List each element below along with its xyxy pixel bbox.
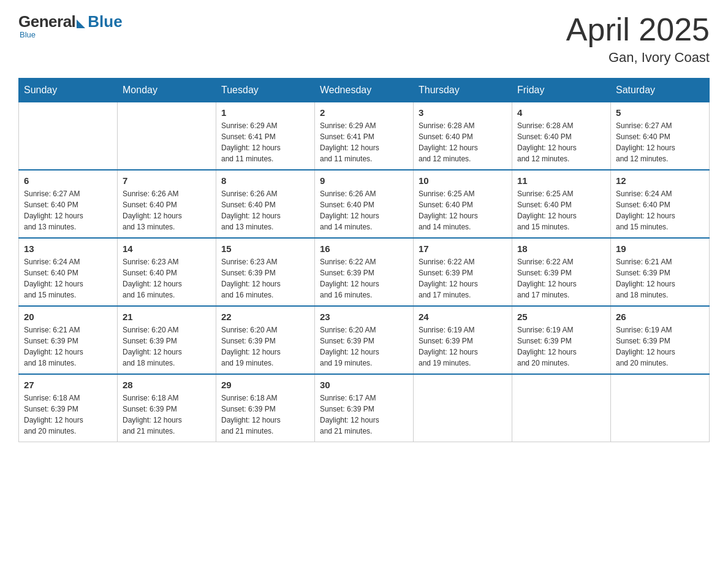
logo-triangle-icon — [77, 20, 85, 28]
calendar-cell: 19Sunrise: 6:21 AM Sunset: 6:39 PM Dayli… — [611, 238, 710, 306]
day-number: 1 — [221, 107, 309, 118]
day-info: Sunrise: 6:20 AM Sunset: 6:39 PM Dayligh… — [320, 324, 408, 369]
day-info: Sunrise: 6:22 AM Sunset: 6:39 PM Dayligh… — [419, 256, 507, 301]
day-number: 26 — [616, 312, 704, 322]
day-info: Sunrise: 6:21 AM Sunset: 6:39 PM Dayligh… — [24, 324, 112, 369]
day-info: Sunrise: 6:25 AM Sunset: 6:40 PM Dayligh… — [517, 188, 605, 232]
calendar-week-row: 13Sunrise: 6:24 AM Sunset: 6:40 PM Dayli… — [19, 238, 710, 306]
logo-general-text: General — [18, 12, 75, 31]
calendar-cell: 30Sunrise: 6:17 AM Sunset: 6:39 PM Dayli… — [315, 374, 414, 442]
day-number: 23 — [320, 312, 408, 322]
day-info: Sunrise: 6:18 AM Sunset: 6:39 PM Dayligh… — [24, 393, 112, 437]
day-number: 28 — [123, 380, 211, 390]
day-number: 20 — [24, 312, 112, 322]
day-number: 8 — [221, 175, 309, 186]
calendar-week-row: 27Sunrise: 6:18 AM Sunset: 6:39 PM Dayli… — [19, 374, 710, 442]
day-info: Sunrise: 6:28 AM Sunset: 6:40 PM Dayligh… — [419, 120, 507, 164]
day-info: Sunrise: 6:26 AM Sunset: 6:40 PM Dayligh… — [123, 188, 211, 232]
day-info: Sunrise: 6:22 AM Sunset: 6:39 PM Dayligh… — [320, 256, 408, 301]
calendar-cell — [414, 374, 512, 442]
day-info: Sunrise: 6:20 AM Sunset: 6:39 PM Dayligh… — [221, 324, 309, 369]
logo-subtitle: Blue — [20, 30, 36, 39]
day-number: 4 — [517, 107, 605, 118]
day-number: 24 — [419, 312, 507, 322]
day-info: Sunrise: 6:21 AM Sunset: 6:39 PM Dayligh… — [616, 256, 704, 301]
calendar-cell — [611, 374, 710, 442]
calendar-cell: 13Sunrise: 6:24 AM Sunset: 6:40 PM Dayli… — [19, 238, 118, 306]
day-info: Sunrise: 6:28 AM Sunset: 6:40 PM Dayligh… — [517, 120, 605, 164]
calendar-cell: 11Sunrise: 6:25 AM Sunset: 6:40 PM Dayli… — [512, 170, 611, 238]
page-header: General Blue Blue April 2025 Gan, Ivory … — [18, 12, 710, 66]
day-info: Sunrise: 6:24 AM Sunset: 6:40 PM Dayligh… — [24, 256, 112, 301]
day-number: 19 — [616, 243, 704, 254]
day-number: 11 — [517, 175, 605, 186]
day-number: 18 — [517, 243, 605, 254]
day-number: 22 — [221, 312, 309, 322]
title-area: April 2025 Gan, Ivory Coast — [566, 12, 710, 66]
calendar-cell: 12Sunrise: 6:24 AM Sunset: 6:40 PM Dayli… — [611, 170, 710, 238]
day-info: Sunrise: 6:19 AM Sunset: 6:39 PM Dayligh… — [517, 324, 605, 369]
calendar-subtitle: Gan, Ivory Coast — [566, 50, 710, 66]
calendar-cell: 7Sunrise: 6:26 AM Sunset: 6:40 PM Daylig… — [118, 170, 216, 238]
day-number: 9 — [320, 175, 408, 186]
calendar-cell: 15Sunrise: 6:23 AM Sunset: 6:39 PM Dayli… — [216, 238, 315, 306]
day-number: 12 — [616, 175, 704, 186]
day-number: 29 — [221, 380, 309, 390]
calendar-cell: 8Sunrise: 6:26 AM Sunset: 6:40 PM Daylig… — [216, 170, 315, 238]
day-info: Sunrise: 6:24 AM Sunset: 6:40 PM Dayligh… — [616, 188, 704, 232]
day-number: 27 — [24, 380, 112, 390]
day-info: Sunrise: 6:27 AM Sunset: 6:40 PM Dayligh… — [616, 120, 704, 164]
calendar-cell: 4Sunrise: 6:28 AM Sunset: 6:40 PM Daylig… — [512, 102, 611, 170]
logo: General Blue Blue — [18, 12, 123, 39]
calendar-cell: 6Sunrise: 6:27 AM Sunset: 6:40 PM Daylig… — [19, 170, 118, 238]
calendar-cell: 2Sunrise: 6:29 AM Sunset: 6:41 PM Daylig… — [315, 102, 414, 170]
calendar-cell — [512, 374, 611, 442]
calendar-cell: 20Sunrise: 6:21 AM Sunset: 6:39 PM Dayli… — [19, 306, 118, 374]
weekday-header-saturday: Saturday — [611, 79, 710, 102]
calendar-cell: 3Sunrise: 6:28 AM Sunset: 6:40 PM Daylig… — [414, 102, 512, 170]
day-info: Sunrise: 6:26 AM Sunset: 6:40 PM Dayligh… — [320, 188, 408, 232]
calendar-cell: 14Sunrise: 6:23 AM Sunset: 6:40 PM Dayli… — [118, 238, 216, 306]
weekday-header-monday: Monday — [118, 79, 216, 102]
day-info: Sunrise: 6:26 AM Sunset: 6:40 PM Dayligh… — [221, 188, 309, 232]
day-number: 7 — [123, 175, 211, 186]
logo-blue-text: Blue — [88, 12, 122, 31]
day-info: Sunrise: 6:29 AM Sunset: 6:41 PM Dayligh… — [320, 120, 408, 164]
day-number: 30 — [320, 380, 408, 390]
weekday-header-row: SundayMondayTuesdayWednesdayThursdayFrid… — [19, 79, 710, 102]
day-number: 13 — [24, 243, 112, 254]
calendar-cell: 21Sunrise: 6:20 AM Sunset: 6:39 PM Dayli… — [118, 306, 216, 374]
calendar-cell: 24Sunrise: 6:19 AM Sunset: 6:39 PM Dayli… — [414, 306, 512, 374]
calendar-cell: 1Sunrise: 6:29 AM Sunset: 6:41 PM Daylig… — [216, 102, 315, 170]
day-info: Sunrise: 6:18 AM Sunset: 6:39 PM Dayligh… — [123, 393, 211, 437]
calendar-cell: 16Sunrise: 6:22 AM Sunset: 6:39 PM Dayli… — [315, 238, 414, 306]
day-info: Sunrise: 6:23 AM Sunset: 6:40 PM Dayligh… — [123, 256, 211, 301]
day-info: Sunrise: 6:18 AM Sunset: 6:39 PM Dayligh… — [221, 393, 309, 437]
calendar-cell: 29Sunrise: 6:18 AM Sunset: 6:39 PM Dayli… — [216, 374, 315, 442]
weekday-header-friday: Friday — [512, 79, 611, 102]
day-number: 10 — [419, 175, 507, 186]
calendar-title: April 2025 — [566, 12, 710, 47]
calendar-cell — [118, 102, 216, 170]
day-number: 14 — [123, 243, 211, 254]
calendar-table: SundayMondayTuesdayWednesdayThursdayFrid… — [18, 78, 710, 442]
weekday-header-sunday: Sunday — [19, 79, 118, 102]
calendar-cell: 27Sunrise: 6:18 AM Sunset: 6:39 PM Dayli… — [19, 374, 118, 442]
day-info: Sunrise: 6:27 AM Sunset: 6:40 PM Dayligh… — [24, 188, 112, 232]
day-number: 15 — [221, 243, 309, 254]
calendar-cell: 18Sunrise: 6:22 AM Sunset: 6:39 PM Dayli… — [512, 238, 611, 306]
calendar-cell: 25Sunrise: 6:19 AM Sunset: 6:39 PM Dayli… — [512, 306, 611, 374]
day-number: 2 — [320, 107, 408, 118]
calendar-cell: 9Sunrise: 6:26 AM Sunset: 6:40 PM Daylig… — [315, 170, 414, 238]
day-info: Sunrise: 6:17 AM Sunset: 6:39 PM Dayligh… — [320, 393, 408, 437]
day-info: Sunrise: 6:25 AM Sunset: 6:40 PM Dayligh… — [419, 188, 507, 232]
day-number: 16 — [320, 243, 408, 254]
day-number: 21 — [123, 312, 211, 322]
calendar-cell: 5Sunrise: 6:27 AM Sunset: 6:40 PM Daylig… — [611, 102, 710, 170]
calendar-cell: 26Sunrise: 6:19 AM Sunset: 6:39 PM Dayli… — [611, 306, 710, 374]
day-number: 6 — [24, 175, 112, 186]
weekday-header-wednesday: Wednesday — [315, 79, 414, 102]
day-number: 25 — [517, 312, 605, 322]
weekday-header-tuesday: Tuesday — [216, 79, 315, 102]
calendar-cell — [19, 102, 118, 170]
